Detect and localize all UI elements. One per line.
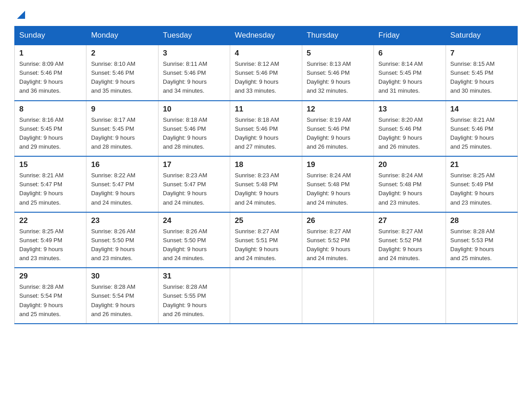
calendar-header-wednesday: Wednesday — [230, 26, 302, 45]
day-info: Sunrise: 8:18 AM Sunset: 5:46 PM Dayligh… — [163, 116, 225, 152]
calendar-cell: 5 Sunrise: 8:13 AM Sunset: 5:46 PM Dayli… — [302, 45, 373, 101]
calendar-header-monday: Monday — [86, 26, 158, 45]
calendar-cell: 8 Sunrise: 8:16 AM Sunset: 5:45 PM Dayli… — [15, 101, 86, 157]
day-info: Sunrise: 8:28 AM Sunset: 5:54 PM Dayligh… — [19, 283, 82, 319]
calendar-week-row: 29 Sunrise: 8:28 AM Sunset: 5:54 PM Dayl… — [15, 268, 518, 324]
calendar-cell: 13 Sunrise: 8:20 AM Sunset: 5:46 PM Dayl… — [374, 101, 446, 157]
calendar-cell — [302, 268, 373, 324]
day-number: 21 — [450, 160, 513, 169]
calendar-header-tuesday: Tuesday — [158, 26, 230, 45]
day-number: 3 — [163, 49, 225, 58]
calendar-cell: 11 Sunrise: 8:18 AM Sunset: 5:46 PM Dayl… — [230, 101, 302, 157]
day-number: 17 — [163, 160, 225, 169]
day-info: Sunrise: 8:14 AM Sunset: 5:45 PM Dayligh… — [378, 60, 441, 96]
day-info: Sunrise: 8:27 AM Sunset: 5:52 PM Dayligh… — [378, 227, 441, 263]
day-number: 9 — [91, 105, 153, 114]
calendar-header-row: SundayMondayTuesdayWednesdayThursdayFrid… — [15, 26, 518, 45]
day-number: 28 — [450, 216, 513, 225]
day-info: Sunrise: 8:21 AM Sunset: 5:46 PM Dayligh… — [450, 116, 513, 152]
day-info: Sunrise: 8:22 AM Sunset: 5:47 PM Dayligh… — [91, 171, 153, 207]
day-info: Sunrise: 8:15 AM Sunset: 5:45 PM Dayligh… — [450, 60, 513, 96]
calendar-cell: 30 Sunrise: 8:28 AM Sunset: 5:54 PM Dayl… — [86, 268, 158, 324]
day-info: Sunrise: 8:10 AM Sunset: 5:46 PM Dayligh… — [91, 60, 153, 96]
day-number: 11 — [235, 105, 297, 114]
day-number: 12 — [307, 105, 369, 114]
calendar-cell: 10 Sunrise: 8:18 AM Sunset: 5:46 PM Dayl… — [158, 101, 230, 157]
day-number: 26 — [307, 216, 369, 225]
calendar-cell — [230, 268, 302, 324]
svg-marker-0 — [17, 11, 25, 19]
calendar-table: SundayMondayTuesdayWednesdayThursdayFrid… — [14, 26, 518, 324]
day-number: 10 — [163, 105, 225, 114]
day-info: Sunrise: 8:17 AM Sunset: 5:45 PM Dayligh… — [91, 116, 153, 152]
day-info: Sunrise: 8:19 AM Sunset: 5:46 PM Dayligh… — [307, 116, 369, 152]
logo — [14, 11, 25, 18]
calendar-cell: 17 Sunrise: 8:23 AM Sunset: 5:47 PM Dayl… — [158, 156, 230, 212]
calendar-cell — [446, 268, 517, 324]
header — [14, 11, 518, 18]
calendar-week-row: 22 Sunrise: 8:25 AM Sunset: 5:49 PM Dayl… — [15, 212, 518, 268]
calendar-cell: 1 Sunrise: 8:09 AM Sunset: 5:46 PM Dayli… — [15, 45, 86, 101]
day-info: Sunrise: 8:12 AM Sunset: 5:46 PM Dayligh… — [235, 60, 297, 96]
calendar-cell: 7 Sunrise: 8:15 AM Sunset: 5:45 PM Dayli… — [446, 45, 517, 101]
calendar-cell: 23 Sunrise: 8:26 AM Sunset: 5:50 PM Dayl… — [86, 212, 158, 268]
calendar-cell: 19 Sunrise: 8:24 AM Sunset: 5:48 PM Dayl… — [302, 156, 373, 212]
calendar-cell: 22 Sunrise: 8:25 AM Sunset: 5:49 PM Dayl… — [15, 212, 86, 268]
day-info: Sunrise: 8:09 AM Sunset: 5:46 PM Dayligh… — [19, 60, 82, 96]
day-number: 25 — [235, 216, 297, 225]
day-number: 24 — [163, 216, 225, 225]
calendar-week-row: 1 Sunrise: 8:09 AM Sunset: 5:46 PM Dayli… — [15, 45, 518, 101]
calendar-week-row: 15 Sunrise: 8:21 AM Sunset: 5:47 PM Dayl… — [15, 156, 518, 212]
calendar-cell: 24 Sunrise: 8:26 AM Sunset: 5:50 PM Dayl… — [158, 212, 230, 268]
day-info: Sunrise: 8:27 AM Sunset: 5:51 PM Dayligh… — [235, 227, 297, 263]
calendar-cell: 28 Sunrise: 8:28 AM Sunset: 5:53 PM Dayl… — [446, 212, 517, 268]
day-number: 5 — [307, 49, 369, 58]
day-number: 16 — [91, 160, 153, 169]
calendar-cell: 25 Sunrise: 8:27 AM Sunset: 5:51 PM Dayl… — [230, 212, 302, 268]
day-info: Sunrise: 8:24 AM Sunset: 5:48 PM Dayligh… — [307, 171, 369, 207]
day-number: 20 — [378, 160, 441, 169]
calendar-cell: 29 Sunrise: 8:28 AM Sunset: 5:54 PM Dayl… — [15, 268, 86, 324]
day-number: 19 — [307, 160, 369, 169]
calendar-week-row: 8 Sunrise: 8:16 AM Sunset: 5:45 PM Dayli… — [15, 101, 518, 157]
calendar-header-saturday: Saturday — [446, 26, 517, 45]
calendar-cell: 27 Sunrise: 8:27 AM Sunset: 5:52 PM Dayl… — [374, 212, 446, 268]
day-info: Sunrise: 8:18 AM Sunset: 5:46 PM Dayligh… — [235, 116, 297, 152]
calendar-cell: 14 Sunrise: 8:21 AM Sunset: 5:46 PM Dayl… — [446, 101, 517, 157]
calendar-cell: 9 Sunrise: 8:17 AM Sunset: 5:45 PM Dayli… — [86, 101, 158, 157]
day-number: 29 — [19, 272, 82, 281]
day-number: 13 — [378, 105, 441, 114]
day-info: Sunrise: 8:21 AM Sunset: 5:47 PM Dayligh… — [19, 171, 82, 207]
calendar-header-thursday: Thursday — [302, 26, 373, 45]
day-info: Sunrise: 8:13 AM Sunset: 5:46 PM Dayligh… — [307, 60, 369, 96]
day-number: 15 — [19, 160, 82, 169]
day-info: Sunrise: 8:11 AM Sunset: 5:46 PM Dayligh… — [163, 60, 225, 96]
day-number: 14 — [450, 105, 513, 114]
calendar-cell: 26 Sunrise: 8:27 AM Sunset: 5:52 PM Dayl… — [302, 212, 373, 268]
logo-triangle-icon — [17, 11, 25, 19]
calendar-cell: 31 Sunrise: 8:28 AM Sunset: 5:55 PM Dayl… — [158, 268, 230, 324]
calendar-header-friday: Friday — [374, 26, 446, 45]
calendar-cell: 20 Sunrise: 8:24 AM Sunset: 5:48 PM Dayl… — [374, 156, 446, 212]
calendar-cell: 2 Sunrise: 8:10 AM Sunset: 5:46 PM Dayli… — [86, 45, 158, 101]
day-info: Sunrise: 8:25 AM Sunset: 5:49 PM Dayligh… — [19, 227, 82, 263]
day-info: Sunrise: 8:16 AM Sunset: 5:45 PM Dayligh… — [19, 116, 82, 152]
calendar-header-sunday: Sunday — [15, 26, 86, 45]
day-number: 30 — [91, 272, 153, 281]
day-number: 4 — [235, 49, 297, 58]
day-info: Sunrise: 8:26 AM Sunset: 5:50 PM Dayligh… — [163, 227, 225, 263]
day-info: Sunrise: 8:23 AM Sunset: 5:48 PM Dayligh… — [235, 171, 297, 207]
calendar-cell: 18 Sunrise: 8:23 AM Sunset: 5:48 PM Dayl… — [230, 156, 302, 212]
day-info: Sunrise: 8:25 AM Sunset: 5:49 PM Dayligh… — [450, 171, 513, 207]
day-number: 1 — [19, 49, 82, 58]
day-number: 8 — [19, 105, 82, 114]
calendar-cell: 6 Sunrise: 8:14 AM Sunset: 5:45 PM Dayli… — [374, 45, 446, 101]
day-info: Sunrise: 8:28 AM Sunset: 5:53 PM Dayligh… — [450, 227, 513, 263]
day-info: Sunrise: 8:27 AM Sunset: 5:52 PM Dayligh… — [307, 227, 369, 263]
calendar-cell: 21 Sunrise: 8:25 AM Sunset: 5:49 PM Dayl… — [446, 156, 517, 212]
calendar-cell: 15 Sunrise: 8:21 AM Sunset: 5:47 PM Dayl… — [15, 156, 86, 212]
calendar-cell: 16 Sunrise: 8:22 AM Sunset: 5:47 PM Dayl… — [86, 156, 158, 212]
day-number: 22 — [19, 216, 82, 225]
day-info: Sunrise: 8:23 AM Sunset: 5:47 PM Dayligh… — [163, 171, 225, 207]
day-number: 6 — [378, 49, 441, 58]
